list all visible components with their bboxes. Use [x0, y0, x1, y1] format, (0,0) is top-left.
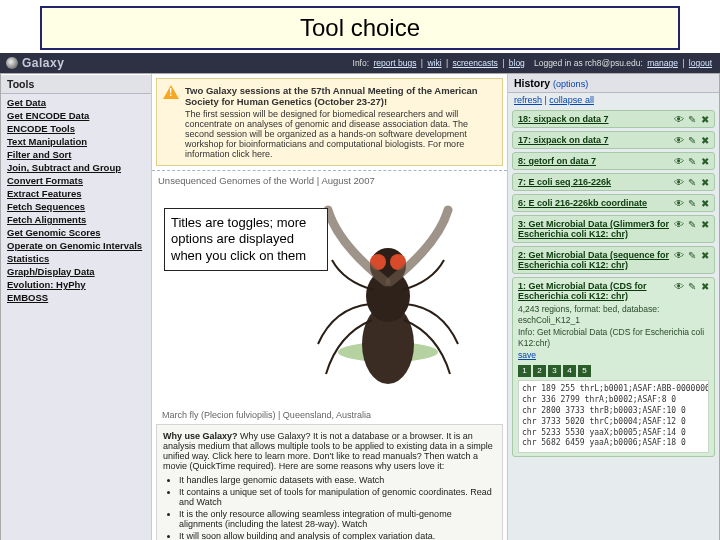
- eye-icon[interactable]: 👁: [674, 281, 684, 291]
- history-data-preview: chr 189 255 thrL;b0001;ASAF:ABB-0000006 …: [518, 380, 709, 453]
- tool-category[interactable]: Text Manipulation: [5, 135, 147, 148]
- app-name: Galaxy: [22, 56, 64, 70]
- tool-category[interactable]: EMBOSS: [5, 291, 147, 304]
- eye-icon[interactable]: 👁: [674, 198, 684, 208]
- history-item: 18: sixpack on data 7👁✎✖: [512, 110, 715, 128]
- link-wiki[interactable]: wiki: [427, 58, 441, 68]
- why-bullet: It is the only resource allowing seamles…: [179, 509, 496, 529]
- tool-category[interactable]: Convert Formats: [5, 174, 147, 187]
- edit-icon[interactable]: ✎: [687, 156, 697, 166]
- edit-icon[interactable]: ✎: [687, 114, 697, 124]
- figure-area: Titles are toggles; more options are dis…: [158, 190, 501, 420]
- history-header-label: History: [514, 77, 550, 89]
- delete-icon[interactable]: ✖: [700, 156, 710, 166]
- why-bullet: It will soon allow building and analysis…: [179, 531, 496, 540]
- tool-category[interactable]: Fetch Alignments: [5, 213, 147, 226]
- tool-category[interactable]: Graph/Display Data: [5, 265, 147, 278]
- tool-category[interactable]: Evolution: HyPhy: [5, 278, 147, 291]
- eye-icon[interactable]: 👁: [674, 135, 684, 145]
- logged-in-user: rch8@psu.edu:: [585, 58, 643, 68]
- delete-icon[interactable]: ✖: [700, 177, 710, 187]
- history-refresh-link[interactable]: refresh: [514, 95, 542, 105]
- history-item-title[interactable]: 8: getorf on data 7: [518, 156, 634, 166]
- tool-category[interactable]: Get Data: [5, 96, 147, 109]
- tool-list: Get DataGet ENCODE DataENCODE ToolsText …: [1, 94, 151, 306]
- history-item-title[interactable]: 18: sixpack on data 7: [518, 114, 647, 124]
- eye-icon[interactable]: 👁: [674, 250, 684, 260]
- edit-icon[interactable]: ✎: [687, 135, 697, 145]
- tool-category[interactable]: Join, Subtract and Group: [5, 161, 147, 174]
- tool-category[interactable]: Fetch Sequences: [5, 200, 147, 213]
- history-item-title[interactable]: 6: E coli 216-226kb coordinate: [518, 198, 685, 208]
- galaxy-swirl-icon: [6, 57, 18, 69]
- history-collapse-all-link[interactable]: collapse all: [549, 95, 594, 105]
- center-panel: Two Galaxy sessions at the 57th Annual M…: [152, 74, 508, 540]
- history-item: 1: Get Microbial Data (CDS for Escherich…: [512, 277, 715, 457]
- page-button[interactable]: 5: [578, 365, 591, 377]
- history-save-link[interactable]: save: [518, 350, 536, 360]
- page-button[interactable]: 3: [548, 365, 561, 377]
- why-galaxy-box: Why use Galaxy? Why use Galaxy? It is no…: [156, 424, 503, 540]
- why-bullet: It handles large genomic datasets with e…: [179, 475, 496, 485]
- history-item-title[interactable]: 7: E coli seq 216-226k: [518, 177, 649, 187]
- tool-category[interactable]: Operate on Genomic Intervals: [5, 239, 147, 252]
- gallery-section-label: Unsequenced Genomes of the World: [158, 175, 314, 186]
- link-logout[interactable]: logout: [689, 58, 712, 68]
- history-items: 18: sixpack on data 7👁✎✖17: sixpack on d…: [508, 107, 719, 460]
- history-item-body: 4,243 regions, format: bed, database: es…: [518, 304, 709, 361]
- link-screencasts[interactable]: screencasts: [452, 58, 497, 68]
- delete-icon[interactable]: ✖: [700, 250, 710, 260]
- tool-category[interactable]: ENCODE Tools: [5, 122, 147, 135]
- delete-icon[interactable]: ✖: [700, 198, 710, 208]
- link-report-bugs[interactable]: report bugs: [373, 58, 416, 68]
- tool-category[interactable]: Get ENCODE Data: [5, 109, 147, 122]
- why-galaxy-text: Why use Galaxy? Why use Galaxy? It is no…: [163, 431, 496, 471]
- link-manage[interactable]: manage: [647, 58, 678, 68]
- history-item-title[interactable]: 17: sixpack on data 7: [518, 135, 647, 145]
- eye-icon[interactable]: 👁: [674, 177, 684, 187]
- history-options-link[interactable]: (options): [553, 79, 588, 89]
- app-brand: Galaxy: [6, 56, 64, 70]
- slide-title: Tool choice: [40, 6, 680, 50]
- history-item: 8: getorf on data 7👁✎✖: [512, 152, 715, 170]
- history-sub-links: refresh | collapse all: [508, 93, 719, 107]
- eye-icon[interactable]: 👁: [674, 114, 684, 124]
- eye-icon[interactable]: 👁: [674, 156, 684, 166]
- eye-icon[interactable]: 👁: [674, 219, 684, 229]
- history-page-nav: 12345: [518, 365, 709, 377]
- edit-icon[interactable]: ✎: [687, 219, 697, 229]
- history-item: 2: Get Microbial Data (sequence for Esch…: [512, 246, 715, 274]
- tool-category[interactable]: Get Genomic Scores: [5, 226, 147, 239]
- info-bar: Info: report bugs | wiki | screencasts |…: [353, 58, 714, 68]
- edit-icon[interactable]: ✎: [687, 177, 697, 187]
- delete-icon[interactable]: ✖: [700, 281, 710, 291]
- page-button[interactable]: 2: [533, 365, 546, 377]
- delete-icon[interactable]: ✖: [700, 219, 710, 229]
- main-layout: Tools Get DataGet ENCODE DataENCODE Tool…: [0, 73, 720, 540]
- edit-icon[interactable]: ✎: [687, 281, 697, 291]
- history-item: 6: E coli 216-226kb coordinate👁✎✖: [512, 194, 715, 212]
- gallery-section-title: Unsequenced Genomes of the World | Augus…: [152, 170, 507, 188]
- page-button[interactable]: 1: [518, 365, 531, 377]
- history-panel: History (options) refresh | collapse all…: [508, 74, 719, 540]
- top-bar: Galaxy Info: report bugs | wiki | screen…: [0, 53, 720, 73]
- tool-category[interactable]: Filter and Sort: [5, 148, 147, 161]
- tools-panel: Tools Get DataGet ENCODE DataENCODE Tool…: [1, 74, 152, 540]
- delete-icon[interactable]: ✖: [700, 114, 710, 124]
- why-bullet: It contains a unique set of tools for ma…: [179, 487, 496, 507]
- page-button[interactable]: 4: [563, 365, 576, 377]
- tool-category[interactable]: Extract Features: [5, 187, 147, 200]
- link-blog[interactable]: blog: [509, 58, 525, 68]
- figure-caption: March fly (Plecion fulviopilis) | Queens…: [162, 410, 497, 420]
- tools-header: Tools: [1, 74, 151, 94]
- info-label: Info:: [353, 58, 370, 68]
- history-item: 3: Get Microbial Data (Glimmer3 for Esch…: [512, 215, 715, 243]
- history-item: 7: E coli seq 216-226k👁✎✖: [512, 173, 715, 191]
- edit-icon[interactable]: ✎: [687, 250, 697, 260]
- announcement: Two Galaxy sessions at the 57th Annual M…: [156, 78, 503, 166]
- tool-category[interactable]: Statistics: [5, 252, 147, 265]
- logged-in-label: Logged in as: [534, 58, 583, 68]
- edit-icon[interactable]: ✎: [687, 198, 697, 208]
- delete-icon[interactable]: ✖: [700, 135, 710, 145]
- announcement-title: Two Galaxy sessions at the 57th Annual M…: [185, 85, 496, 107]
